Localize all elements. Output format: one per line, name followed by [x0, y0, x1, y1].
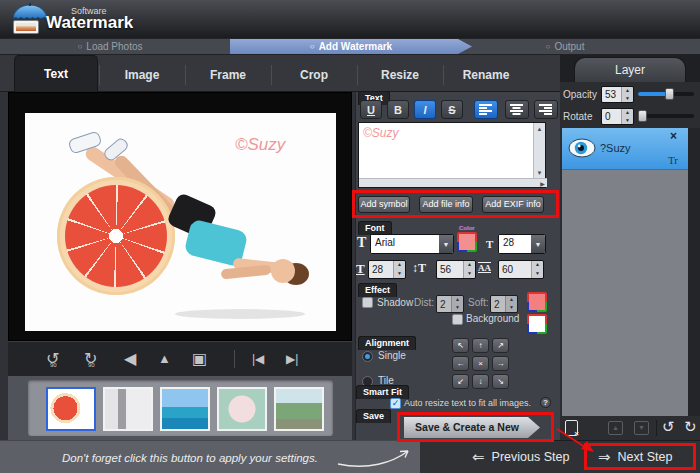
spinner-up-icon[interactable]: ▲: [622, 109, 633, 117]
rotate-left-icon[interactable]: ↺90: [46, 350, 59, 368]
last-image-icon[interactable]: ▶|: [286, 350, 298, 368]
help-icon[interactable]: ?: [540, 397, 551, 408]
thumbnail-4[interactable]: [217, 387, 267, 431]
scroll-right-icon[interactable]: ▶: [537, 180, 548, 188]
tab-resize[interactable]: Resize: [358, 59, 442, 91]
scroll-down-icon[interactable]: ▼: [534, 169, 545, 177]
underline-button[interactable]: U: [360, 100, 382, 119]
single-radio[interactable]: [362, 351, 373, 362]
spinner-down-icon[interactable]: ▼: [452, 304, 463, 312]
align-top-button[interactable]: ↑: [472, 338, 489, 353]
layer-close-icon[interactable]: ×: [670, 129, 677, 143]
align-top-right-button[interactable]: ↗: [492, 338, 509, 353]
font-size-select[interactable]: 28 ▼: [498, 234, 546, 254]
textarea-vscrollbar[interactable]: ▲ ▼: [533, 123, 545, 179]
tab-frame[interactable]: Frame: [186, 59, 270, 91]
scroll-up-icon[interactable]: ▲: [534, 125, 545, 133]
first-image-icon[interactable]: |◀: [252, 350, 264, 368]
auto-resize-checkbox[interactable]: ✓: [390, 398, 401, 409]
watermark-text-input[interactable]: ©Suzy ▲ ▼ ▶: [358, 122, 546, 188]
opacity-slider-handle[interactable]: [665, 88, 674, 100]
align-bottom-right-button[interactable]: ↘: [492, 374, 509, 389]
preview-photo[interactable]: ©Suzy: [25, 113, 336, 331]
layer-visibility-eye-icon[interactable]: [568, 137, 596, 159]
font-family-select[interactable]: Arial ▼: [370, 234, 454, 254]
strikethrough-button[interactable]: S: [441, 100, 463, 119]
watermark-preview-text[interactable]: ©Suzy: [235, 135, 285, 155]
redo-icon[interactable]: ↻: [684, 418, 697, 436]
opacity-spinner[interactable]: 53 ▲▼: [601, 86, 634, 103]
thumbnail-2[interactable]: [103, 387, 153, 431]
flip-vertical-icon[interactable]: ▲: [158, 350, 171, 368]
align-bottom-button[interactable]: ↓: [472, 374, 489, 389]
text-height-spinner[interactable]: 56 ▲▼: [436, 260, 476, 279]
layer-item-suzy[interactable]: ?Suzy × Tr: [562, 128, 688, 170]
align-right-button[interactable]: [534, 100, 558, 119]
layer-list-scrollbar[interactable]: [688, 128, 700, 416]
previous-step-button[interactable]: ⇐ Previous Step: [472, 448, 569, 466]
spinner-down-icon[interactable]: ▼: [464, 270, 475, 279]
spinner-up-icon[interactable]: ▲: [506, 296, 517, 304]
dist-value: 2: [437, 296, 451, 312]
spinner-up-icon[interactable]: ▲: [622, 87, 633, 95]
rotate-right-icon[interactable]: ↻90: [84, 350, 97, 368]
nav-step-output[interactable]: ○ Output: [515, 39, 615, 54]
shadow-color-swatch[interactable]: [527, 292, 547, 312]
tab-image[interactable]: Image: [100, 59, 184, 91]
tab-text[interactable]: Text: [14, 55, 98, 92]
single-label: Single: [378, 350, 406, 361]
fit-view-icon[interactable]: ▣: [192, 350, 207, 368]
align-top-left-button[interactable]: ↖: [452, 338, 469, 353]
textarea-hscrollbar[interactable]: ▶: [359, 178, 547, 187]
italic-button[interactable]: I: [414, 100, 436, 119]
next-step-button[interactable]: ⇒ Next Step: [598, 448, 672, 466]
spinner-up-icon[interactable]: ▲: [464, 261, 475, 270]
spinner-up-icon[interactable]: ▲: [394, 261, 405, 270]
flip-horizontal-icon[interactable]: ◀: [124, 350, 136, 368]
undo-icon[interactable]: ↺: [662, 418, 675, 436]
thumbnail-3[interactable]: [160, 387, 210, 431]
align-center-pos-button[interactable]: ×: [472, 356, 489, 371]
dist-spinner[interactable]: 2 ▲▼: [436, 295, 464, 313]
nav-step-load-photos[interactable]: ○ Load Photos: [45, 39, 175, 54]
shadow-checkbox[interactable]: [362, 297, 373, 308]
nav-step-add-watermark[interactable]: ○ Add Watermark: [230, 39, 472, 54]
font-family-icon: T: [357, 235, 366, 251]
add-file-info-button[interactable]: Add file info: [419, 196, 473, 213]
move-layer-up-icon[interactable]: ▲: [608, 421, 623, 435]
add-symbol-button[interactable]: Add symbol: [358, 196, 410, 213]
spinner-up-icon[interactable]: ▲: [532, 261, 543, 270]
spinner-down-icon[interactable]: ▼: [394, 270, 405, 279]
bold-button[interactable]: B: [387, 100, 409, 119]
background-checkbox[interactable]: [452, 314, 463, 325]
thumbnail-1-selected[interactable]: [46, 387, 96, 431]
move-layer-down-icon[interactable]: ▼: [634, 421, 649, 435]
spinner-down-icon[interactable]: ▼: [622, 95, 633, 103]
delete-layer-icon[interactable]: ×: [565, 420, 578, 436]
rotate-spinner[interactable]: 0 ▲▼: [601, 108, 634, 125]
background-color-swatch[interactable]: [527, 314, 547, 334]
align-bottom-left-button[interactable]: ↙: [452, 374, 469, 389]
rotate-slider-handle[interactable]: [638, 110, 647, 122]
align-left-pos-button[interactable]: ←: [452, 356, 469, 371]
save-create-layer-button[interactable]: Save & Create a New Layer: [404, 417, 540, 438]
align-right-pos-button[interactable]: →: [492, 356, 509, 371]
spinner-down-icon[interactable]: ▼: [622, 117, 633, 125]
letter-spacing-spinner[interactable]: 60 ▲▼: [498, 260, 544, 279]
soft-spinner[interactable]: 2 ▲▼: [490, 295, 518, 313]
tab-crop[interactable]: Crop: [272, 59, 356, 91]
thumbnail-5[interactable]: [274, 387, 324, 431]
dropdown-icon: ▼: [531, 235, 545, 253]
text-width-spinner[interactable]: 28 ▲▼: [368, 260, 406, 279]
spinner-down-icon[interactable]: ▼: [506, 304, 517, 312]
align-center-button[interactable]: [505, 100, 529, 119]
spinner-down-icon[interactable]: ▼: [532, 270, 543, 279]
layer-tab[interactable]: Layer: [574, 57, 686, 82]
align-left-button[interactable]: [474, 100, 498, 119]
font-color-swatch[interactable]: [457, 232, 477, 252]
logo-word-watermark: Watermark: [46, 13, 133, 33]
previous-arrow-icon: ⇐: [472, 448, 485, 466]
spinner-up-icon[interactable]: ▲: [452, 296, 463, 304]
tab-rename[interactable]: Rename: [444, 59, 528, 91]
add-exif-info-button[interactable]: Add EXIF info: [482, 196, 544, 213]
